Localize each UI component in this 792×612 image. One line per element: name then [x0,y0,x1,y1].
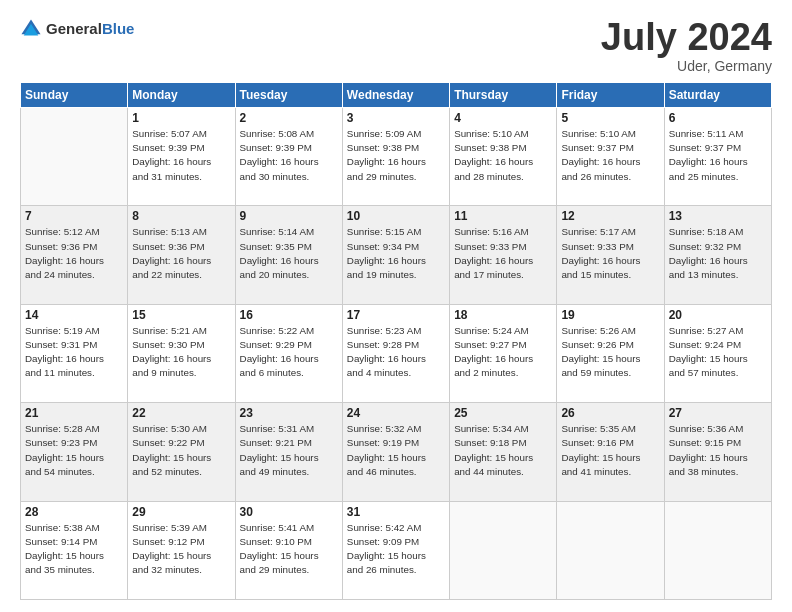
day-number: 22 [132,406,230,420]
table-row: 17Sunrise: 5:23 AMSunset: 9:28 PMDayligh… [342,304,449,402]
day-number: 23 [240,406,338,420]
day-info: Sunrise: 5:15 AMSunset: 9:34 PMDaylight:… [347,225,445,282]
table-row: 13Sunrise: 5:18 AMSunset: 9:32 PMDayligh… [664,206,771,304]
day-number: 19 [561,308,659,322]
table-row: 21Sunrise: 5:28 AMSunset: 9:23 PMDayligh… [21,403,128,501]
table-row: 8Sunrise: 5:13 AMSunset: 9:36 PMDaylight… [128,206,235,304]
col-saturday: Saturday [664,83,771,108]
table-row: 26Sunrise: 5:35 AMSunset: 9:16 PMDayligh… [557,403,664,501]
col-monday: Monday [128,83,235,108]
day-info: Sunrise: 5:11 AMSunset: 9:37 PMDaylight:… [669,127,767,184]
table-row: 27Sunrise: 5:36 AMSunset: 9:15 PMDayligh… [664,403,771,501]
day-info: Sunrise: 5:34 AMSunset: 9:18 PMDaylight:… [454,422,552,479]
day-info: Sunrise: 5:35 AMSunset: 9:16 PMDaylight:… [561,422,659,479]
day-info: Sunrise: 5:24 AMSunset: 9:27 PMDaylight:… [454,324,552,381]
day-number: 24 [347,406,445,420]
day-info: Sunrise: 5:28 AMSunset: 9:23 PMDaylight:… [25,422,123,479]
day-info: Sunrise: 5:26 AMSunset: 9:26 PMDaylight:… [561,324,659,381]
day-info: Sunrise: 5:10 AMSunset: 9:37 PMDaylight:… [561,127,659,184]
table-row: 5Sunrise: 5:10 AMSunset: 9:37 PMDaylight… [557,108,664,206]
day-info: Sunrise: 5:12 AMSunset: 9:36 PMDaylight:… [25,225,123,282]
day-info: Sunrise: 5:30 AMSunset: 9:22 PMDaylight:… [132,422,230,479]
logo-text: GeneralBlue [46,20,134,38]
table-row: 10Sunrise: 5:15 AMSunset: 9:34 PMDayligh… [342,206,449,304]
day-info: Sunrise: 5:21 AMSunset: 9:30 PMDaylight:… [132,324,230,381]
table-row [664,501,771,599]
day-number: 14 [25,308,123,322]
day-info: Sunrise: 5:22 AMSunset: 9:29 PMDaylight:… [240,324,338,381]
day-number: 31 [347,505,445,519]
col-tuesday: Tuesday [235,83,342,108]
day-number: 2 [240,111,338,125]
table-row [21,108,128,206]
day-number: 21 [25,406,123,420]
table-row: 28Sunrise: 5:38 AMSunset: 9:14 PMDayligh… [21,501,128,599]
table-row: 31Sunrise: 5:42 AMSunset: 9:09 PMDayligh… [342,501,449,599]
table-row: 9Sunrise: 5:14 AMSunset: 9:35 PMDaylight… [235,206,342,304]
table-row [450,501,557,599]
day-info: Sunrise: 5:42 AMSunset: 9:09 PMDaylight:… [347,521,445,578]
day-number: 29 [132,505,230,519]
day-info: Sunrise: 5:14 AMSunset: 9:35 PMDaylight:… [240,225,338,282]
table-row: 2Sunrise: 5:08 AMSunset: 9:39 PMDaylight… [235,108,342,206]
col-thursday: Thursday [450,83,557,108]
page: GeneralBlue July 2024 Uder, Germany Sund… [0,0,792,612]
table-row: 24Sunrise: 5:32 AMSunset: 9:19 PMDayligh… [342,403,449,501]
day-number: 7 [25,209,123,223]
day-number: 6 [669,111,767,125]
table-row: 3Sunrise: 5:09 AMSunset: 9:38 PMDaylight… [342,108,449,206]
header: GeneralBlue July 2024 Uder, Germany [20,18,772,74]
location: Uder, Germany [601,58,772,74]
logo-icon [20,18,42,40]
table-row: 6Sunrise: 5:11 AMSunset: 9:37 PMDaylight… [664,108,771,206]
day-number: 16 [240,308,338,322]
day-number: 25 [454,406,552,420]
day-info: Sunrise: 5:17 AMSunset: 9:33 PMDaylight:… [561,225,659,282]
day-number: 20 [669,308,767,322]
table-row: 25Sunrise: 5:34 AMSunset: 9:18 PMDayligh… [450,403,557,501]
day-info: Sunrise: 5:38 AMSunset: 9:14 PMDaylight:… [25,521,123,578]
day-number: 12 [561,209,659,223]
day-info: Sunrise: 5:32 AMSunset: 9:19 PMDaylight:… [347,422,445,479]
day-info: Sunrise: 5:08 AMSunset: 9:39 PMDaylight:… [240,127,338,184]
table-row: 14Sunrise: 5:19 AMSunset: 9:31 PMDayligh… [21,304,128,402]
table-row: 11Sunrise: 5:16 AMSunset: 9:33 PMDayligh… [450,206,557,304]
table-row: 16Sunrise: 5:22 AMSunset: 9:29 PMDayligh… [235,304,342,402]
day-number: 8 [132,209,230,223]
calendar-header-row: Sunday Monday Tuesday Wednesday Thursday… [21,83,772,108]
table-row: 18Sunrise: 5:24 AMSunset: 9:27 PMDayligh… [450,304,557,402]
day-info: Sunrise: 5:31 AMSunset: 9:21 PMDaylight:… [240,422,338,479]
day-number: 5 [561,111,659,125]
table-row: 22Sunrise: 5:30 AMSunset: 9:22 PMDayligh… [128,403,235,501]
day-number: 15 [132,308,230,322]
day-number: 26 [561,406,659,420]
day-info: Sunrise: 5:36 AMSunset: 9:15 PMDaylight:… [669,422,767,479]
calendar-table: Sunday Monday Tuesday Wednesday Thursday… [20,82,772,600]
day-number: 13 [669,209,767,223]
day-info: Sunrise: 5:16 AMSunset: 9:33 PMDaylight:… [454,225,552,282]
logo: GeneralBlue [20,18,134,40]
day-info: Sunrise: 5:23 AMSunset: 9:28 PMDaylight:… [347,324,445,381]
day-number: 10 [347,209,445,223]
table-row: 20Sunrise: 5:27 AMSunset: 9:24 PMDayligh… [664,304,771,402]
table-row: 7Sunrise: 5:12 AMSunset: 9:36 PMDaylight… [21,206,128,304]
table-row: 1Sunrise: 5:07 AMSunset: 9:39 PMDaylight… [128,108,235,206]
col-friday: Friday [557,83,664,108]
day-number: 9 [240,209,338,223]
day-number: 17 [347,308,445,322]
day-info: Sunrise: 5:27 AMSunset: 9:24 PMDaylight:… [669,324,767,381]
month-title: July 2024 [601,18,772,56]
table-row: 23Sunrise: 5:31 AMSunset: 9:21 PMDayligh… [235,403,342,501]
title-block: July 2024 Uder, Germany [601,18,772,74]
day-number: 28 [25,505,123,519]
day-number: 27 [669,406,767,420]
col-wednesday: Wednesday [342,83,449,108]
table-row: 30Sunrise: 5:41 AMSunset: 9:10 PMDayligh… [235,501,342,599]
day-info: Sunrise: 5:09 AMSunset: 9:38 PMDaylight:… [347,127,445,184]
day-number: 1 [132,111,230,125]
table-row: 4Sunrise: 5:10 AMSunset: 9:38 PMDaylight… [450,108,557,206]
day-info: Sunrise: 5:18 AMSunset: 9:32 PMDaylight:… [669,225,767,282]
day-info: Sunrise: 5:41 AMSunset: 9:10 PMDaylight:… [240,521,338,578]
table-row: 29Sunrise: 5:39 AMSunset: 9:12 PMDayligh… [128,501,235,599]
table-row [557,501,664,599]
